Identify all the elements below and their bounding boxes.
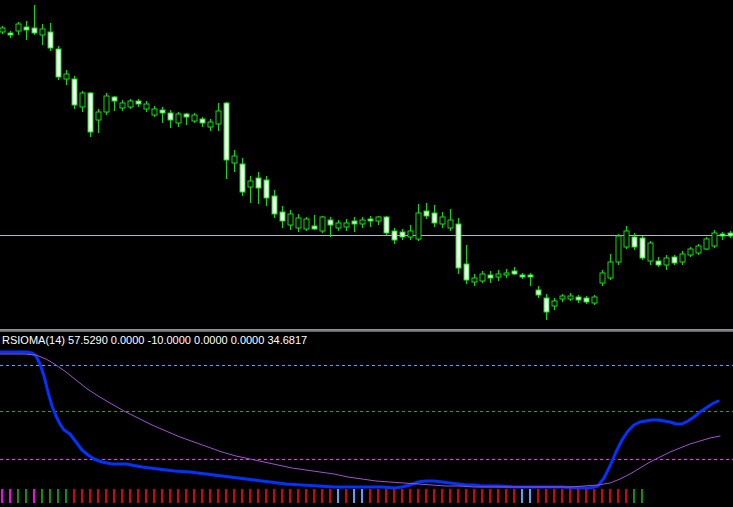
histogram-bar [521,489,523,503]
candle-body [208,122,213,127]
histogram-bar [633,489,635,503]
histogram-bar [401,489,403,503]
histogram-bar [449,489,451,503]
candle-body [264,180,269,198]
candle-body [712,233,717,246]
histogram-bar [553,489,555,503]
histogram-bar [489,489,491,503]
histogram-bar [369,489,371,503]
histogram-bar [593,489,595,503]
candle-body [184,114,189,117]
candle-body [8,33,13,35]
candle-body [240,164,245,192]
candle-body [112,97,117,101]
histogram-bar [137,489,139,503]
candle-body [48,32,53,48]
histogram-bar [497,489,499,503]
chart-canvas[interactable] [0,0,733,507]
histogram-bar [321,489,323,503]
histogram-bar [305,489,307,503]
histogram-bar [241,489,243,503]
candle-body [296,218,301,228]
histogram-bar [473,489,475,503]
candle-body [392,231,397,240]
candle-body [176,114,181,123]
candle-body [696,246,701,253]
candle-body [152,109,157,115]
candle-body [376,217,381,221]
candle-body [360,220,365,224]
histogram-bar [49,489,51,503]
candle-body [448,220,453,228]
histogram-bar [641,489,643,503]
candle-body [128,101,133,107]
candle-body [144,104,149,109]
indicator-label: RSIOMA(14) 57.5290 0.0000 -10.0000 0.000… [2,334,307,346]
histogram-bar [161,489,163,503]
candle-body [224,103,229,160]
candle-body [120,103,125,108]
candle-body [560,296,565,299]
candle-body [648,243,653,261]
histogram-bar [1,489,3,503]
histogram-bar [465,489,467,503]
candle-body [288,214,293,225]
histogram-bar [433,489,435,503]
candle-body [336,223,341,228]
candle-body [168,113,173,120]
candle-body [104,96,109,112]
candle-body [272,196,277,214]
candle-body [88,93,93,132]
histogram-bar [225,489,227,503]
candle-body [64,74,69,79]
histogram-bar [353,489,355,503]
histogram-bar [81,489,83,503]
candle-body [96,112,101,120]
histogram-bar [193,489,195,503]
candle-body [496,274,501,277]
histogram-bar [505,489,507,503]
candle-body [456,224,461,268]
histogram-bar [33,489,35,503]
candle-body [720,234,725,236]
candle-body [416,213,421,239]
histogram-bar [129,489,131,503]
candle-body [400,232,405,237]
candle-body [192,115,197,121]
candle-body [544,298,549,312]
histogram-bar [329,489,331,503]
histogram-bar [425,489,427,503]
histogram-bar [249,489,251,503]
histogram-bar [585,489,587,503]
histogram-bar [65,489,67,503]
candle-body [616,236,621,262]
candle-body [512,271,517,274]
candle-body [408,231,413,237]
candle-body [576,297,581,300]
histogram-bar [617,489,619,503]
histogram-bar [529,489,531,503]
histogram-bar [561,489,563,503]
histogram-bar [273,489,275,503]
candle-body [56,49,61,77]
histogram-bar [113,489,115,503]
histogram-bar [545,489,547,503]
candle-body [704,239,709,249]
candle-body [536,290,541,295]
histogram-bar [625,489,627,503]
histogram-bar [289,489,291,503]
histogram-bar [361,489,363,503]
candle-body [480,274,485,281]
histogram-bar [441,489,443,503]
candle-body [664,258,669,265]
candle-body [440,217,445,224]
histogram-bar [281,489,283,503]
candle-body [160,110,165,113]
candle-body [216,111,221,124]
candle-body [16,24,21,31]
histogram-bar [601,489,603,503]
histogram-bar [385,489,387,503]
histogram-bar [201,489,203,503]
panel-separator[interactable] [0,329,733,332]
rsioma-main-line [0,352,718,488]
